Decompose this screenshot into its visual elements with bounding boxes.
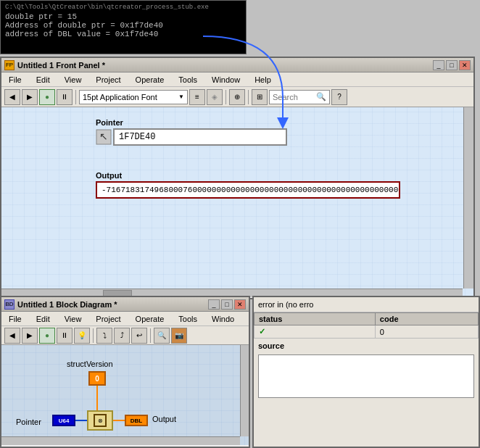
bd-menu-operate[interactable]: Operate: [131, 313, 169, 325]
bd-menu-view[interactable]: View: [60, 313, 86, 325]
toolbar-nav-btn[interactable]: ⊕: [229, 89, 245, 105]
titlebar-controls[interactable]: _ □ ✕: [433, 60, 471, 70]
svg-text:↖: ↖: [99, 130, 108, 142]
toolbar-color-btn[interactable]: ◈: [207, 89, 223, 105]
font-selector-label: 15pt Application Font: [83, 93, 157, 101]
bd-toolbar-light[interactable]: 💡: [74, 328, 90, 344]
pointer-display: 1F7DE40: [113, 128, 287, 146]
bd-menubar: File Edit View Project Operate Tools Win…: [1, 312, 249, 326]
font-selector[interactable]: 15pt Application Font ▼: [79, 90, 188, 104]
bd-close-button[interactable]: ✕: [234, 299, 246, 310]
menu-edit[interactable]: Edit: [32, 74, 54, 86]
error-title: error in (no erro: [254, 297, 479, 312]
error-table: status code ✓ 0: [254, 312, 479, 339]
search-box[interactable]: 🔍: [269, 90, 330, 104]
bd-vscrollbar[interactable]: [240, 345, 249, 436]
bd-toolbar-fwd[interactable]: ▶: [22, 328, 38, 344]
bd-toolbar-step-over[interactable]: ⤴: [114, 328, 130, 344]
front-panel-toolbar: ◀ ▶ ● ⏸ 15pt Application Font ▼ ≡ ◈ ⊕ ⊞ …: [1, 87, 473, 107]
error-col-status: status: [255, 313, 376, 325]
error-table-header: status code: [255, 313, 479, 325]
menu-project[interactable]: Project: [91, 74, 125, 86]
bd-toolbar-pause[interactable]: ⏸: [57, 328, 73, 344]
toolbar-snap-btn[interactable]: ⊞: [252, 89, 268, 105]
toolbar-help-btn[interactable]: ?: [331, 89, 347, 105]
error-col-code: code: [375, 313, 478, 325]
terminal-line-2: Address of double ptr = 0x1f7de40: [5, 21, 241, 30]
bd-func-inner: ⊗: [94, 414, 107, 427]
menu-file[interactable]: File: [4, 74, 26, 86]
output-display: -716718317496800076000000000000000000000…: [96, 181, 400, 199]
bd-titlebar-controls[interactable]: _ □ ✕: [208, 299, 246, 310]
bd-icon: BD: [4, 299, 15, 310]
menu-operate[interactable]: Operate: [131, 74, 169, 86]
toolbar-sep-2: [225, 90, 226, 104]
menu-help[interactable]: Help: [250, 74, 276, 86]
minimize-button[interactable]: _: [433, 60, 444, 70]
front-panel-content: Pointer ↖ 1F7DE40 Output -71671831749680…: [1, 107, 473, 297]
bd-hscrollbar[interactable]: [1, 436, 240, 445]
terminal-window: C:\Qt\Tools\QtCreator\bin\qtcreator_proc…: [0, 0, 247, 54]
front-panel-menubar: File Edit View Project Operate Tools Win…: [1, 72, 473, 87]
bd-toolbar-run[interactable]: ●: [39, 328, 55, 344]
toolbar-back-btn[interactable]: ◀: [4, 89, 20, 105]
bd-toolbar: ◀ ▶ ● ⏸ 💡 ⤵ ⤴ ↩ 🔍 📷: [1, 326, 249, 345]
pointer-icon: ↖: [96, 129, 112, 145]
bd-menu-window[interactable]: Windo: [207, 313, 239, 325]
bd-title: Untitled 1 Block Diagram *: [17, 300, 117, 309]
error-status-cell: ✓: [255, 325, 376, 339]
error-panel: error in (no erro status code ✓ 0 source: [252, 296, 480, 448]
front-panel-titlebar: FP Untitled 1 Front Panel * _ □ ✕: [1, 58, 473, 72]
toolbar-align-btn[interactable]: ≡: [189, 89, 205, 105]
bd-toolbar-extra[interactable]: 📷: [171, 328, 187, 344]
font-arrow-icon: ▼: [178, 94, 184, 100]
bd-titlebar: BD Untitled 1 Block Diagram * _ □ ✕: [1, 297, 249, 312]
bd-toolbar-step-out[interactable]: ↩: [131, 328, 147, 344]
bd-menu-edit[interactable]: Edit: [32, 313, 54, 325]
terminal-line-3: address of DBL value = 0x1f7de40: [5, 30, 241, 38]
bd-u64-box: U64: [52, 415, 75, 426]
bd-toolbar-step-into[interactable]: ⤵: [96, 328, 112, 344]
toolbar-pause-btn[interactable]: ⏸: [57, 89, 73, 105]
bd-menu-tools[interactable]: Tools: [174, 313, 202, 325]
menu-tools[interactable]: Tools: [174, 74, 202, 86]
toolbar-sep-3: [248, 90, 249, 104]
bd-content: structVersion 0 Pointer U64 ⊗ DBL Output: [1, 345, 249, 445]
struct-version-label: structVersion: [67, 360, 113, 368]
bd-menu-file[interactable]: File: [4, 313, 26, 325]
error-code-cell: 0: [375, 325, 478, 339]
bd-maximize-button[interactable]: □: [221, 299, 233, 310]
search-input[interactable]: [273, 93, 316, 101]
source-field: [258, 354, 474, 398]
bd-minimize-button[interactable]: _: [208, 299, 220, 310]
toolbar-run-btn[interactable]: ●: [39, 89, 55, 105]
bd-output-label: Output: [152, 415, 176, 423]
pointer-widget: Pointer ↖ 1F7DE40: [96, 118, 287, 146]
block-diagram-window: BD Untitled 1 Block Diagram * _ □ ✕ File…: [0, 296, 250, 448]
bd-sep-1: [93, 328, 94, 343]
output-widget: Output -71671831749680007600000000000000…: [96, 171, 400, 199]
bd-wire-layer: [1, 345, 249, 445]
error-table-row: ✓ 0: [255, 325, 479, 339]
toolbar-fwd-btn[interactable]: ▶: [22, 89, 38, 105]
output-label: Output: [96, 171, 400, 180]
menu-window[interactable]: Window: [207, 74, 244, 86]
close-button[interactable]: ✕: [459, 60, 471, 70]
bd-menu-project[interactable]: Project: [91, 313, 125, 325]
bd-sep-2: [150, 328, 151, 343]
bd-toolbar-back[interactable]: ◀: [4, 328, 20, 344]
front-panel-vscrollbar[interactable]: [463, 107, 473, 289]
pointer-label: Pointer: [96, 118, 287, 127]
titlebar-left: FP Untitled 1 Front Panel *: [4, 60, 105, 70]
bd-func-icon: ⊗: [98, 418, 103, 424]
struct-version-box: 0: [88, 371, 106, 386]
terminal-title-bar: C:\Qt\Tools\QtCreator\bin\qtcreator_proc…: [5, 4, 241, 11]
terminal-line-1: double ptr = 15: [5, 12, 241, 21]
front-panel-window: FP Untitled 1 Front Panel * _ □ ✕ File E…: [0, 57, 475, 299]
error-check-icon: ✓: [259, 327, 265, 336]
maximize-button[interactable]: □: [446, 60, 458, 70]
bd-pointer-label: Pointer: [16, 418, 41, 426]
menu-view[interactable]: View: [60, 74, 86, 86]
bd-toolbar-search[interactable]: 🔍: [154, 328, 170, 344]
source-label: source: [254, 339, 479, 353]
